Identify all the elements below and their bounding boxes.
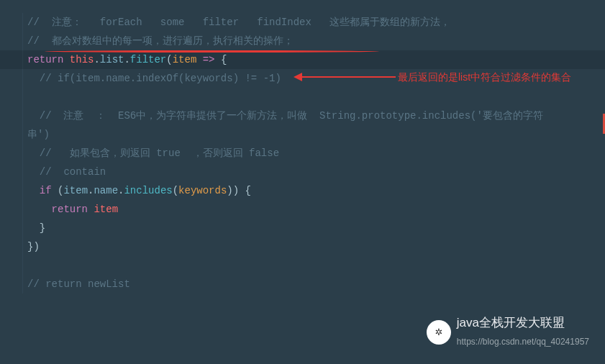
annotation-arrow-line	[299, 76, 396, 78]
comment: // return newList	[27, 278, 130, 290]
code-line: // 注意： forEach some filter findIndex 这些都…	[17, 13, 605, 32]
code-line: // 如果包含，则返回 true ，否则返回 false	[17, 144, 605, 163]
code-line: // contain	[17, 163, 605, 181]
identifier: item	[94, 204, 118, 215]
code-line: // 注意 ： ES6中，为字符串提供了一个新方法，叫做 String.prot…	[17, 106, 550, 144]
annotation-arrow-head	[294, 73, 302, 81]
code-line: // return newList	[17, 275, 605, 294]
watermark-title: java全栈开发大联盟	[457, 314, 589, 332]
code-line: }	[17, 219, 605, 237]
code-editor[interactable]: // 注意： forEach some filter findIndex 这些都…	[0, 0, 605, 294]
blank-line	[17, 88, 605, 106]
comment: // 如果包含，则返回 true ，否则返回 false	[27, 147, 279, 159]
keyword: if	[40, 185, 52, 196]
comment: // if(item.name.indexOf(keywords) != -1)	[27, 73, 281, 84]
watermark-url: https://blog.csdn.net/qq_40241957	[457, 332, 589, 351]
comment: // 都会对数组中的每一项，进行遍历，执行相关的操作；	[27, 35, 294, 47]
code-line: return item	[17, 200, 605, 219]
code-line: if (item.name.includes(keywords)) {	[17, 181, 605, 200]
code-line: })	[17, 237, 605, 256]
keyword: return	[27, 54, 63, 65]
function-name: filter	[130, 54, 166, 65]
watermark: ✲ java全栈开发大联盟 https://blog.csdn.net/qq_4…	[427, 314, 589, 351]
comment: // 注意： forEach some filter findIndex 这些都…	[27, 17, 450, 28]
code-line-highlighted: return this.list.filter(item => {	[0, 50, 605, 69]
annotation-text: 最后返回的是list中符合过滤条件的集合	[398, 70, 592, 83]
keyword: return	[52, 204, 88, 215]
this-keyword: this	[70, 54, 94, 65]
comment: // contain	[27, 166, 106, 178]
blank-line	[17, 256, 605, 275]
annotation-underline	[45, 50, 379, 53]
code-line: // 都会对数组中的每一项，进行遍历，执行相关的操作；	[17, 32, 605, 50]
wechat-icon: ✲	[427, 320, 451, 345]
identifier: list	[100, 54, 124, 65]
param: item	[173, 54, 197, 65]
comment: // 注意 ： ES6中，为字符串提供了一个新方法，叫做 String.prot…	[27, 110, 543, 140]
